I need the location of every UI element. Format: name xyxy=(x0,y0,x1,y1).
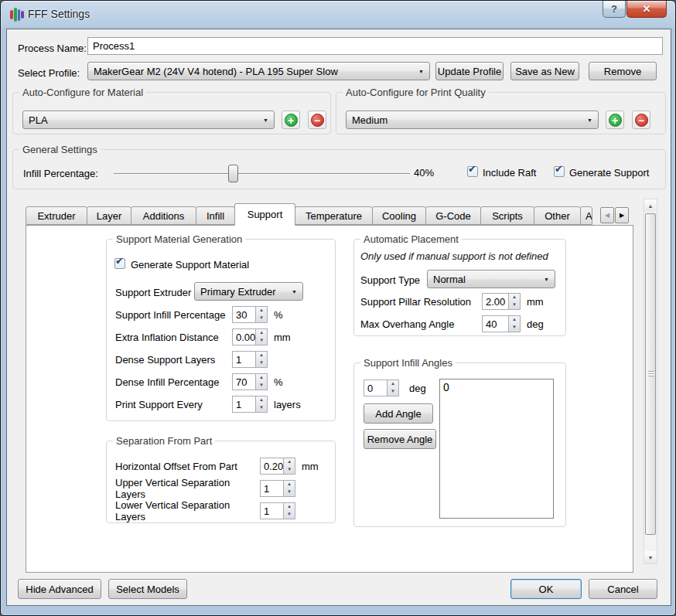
dense-infill-percentage-spinbox[interactable]: 70 ▲▼ xyxy=(232,373,268,390)
titlebar[interactable]: FFF Settings ? ✕ xyxy=(1,1,675,29)
save-as-new-button[interactable]: Save as New xyxy=(510,62,579,80)
spin-up-icon[interactable]: ▲ xyxy=(256,307,267,315)
max-overhang-angle-spinbox[interactable]: 40 ▲▼ xyxy=(482,315,521,332)
remove-quality-button[interactable]: − xyxy=(632,111,650,129)
horizontal-offset-spinbox[interactable]: 0.20 ▲▼ xyxy=(260,458,295,475)
tab-advanced-clipped[interactable]: Ad xyxy=(580,206,592,225)
tab-scroll-left-button[interactable]: ◀ xyxy=(600,207,614,223)
tab-additions[interactable]: Additions xyxy=(131,206,196,225)
select-models-button[interactable]: Select Models xyxy=(108,579,187,599)
spin-down-icon[interactable]: ▼ xyxy=(256,382,267,390)
spin-down-icon[interactable]: ▼ xyxy=(256,337,267,345)
support-extruder-select[interactable]: Primary Extruder ▼ xyxy=(194,282,303,301)
spin-up-icon[interactable]: ▲ xyxy=(256,352,267,359)
print-support-every-spinbox[interactable]: 1 ▲▼ xyxy=(232,396,268,413)
fff-settings-dialog: FFF Settings ? ✕ Process Name: Select Pr… xyxy=(0,0,676,616)
spin-down-icon[interactable]: ▼ xyxy=(256,359,267,367)
close-button[interactable]: ✕ xyxy=(626,1,667,18)
spin-up-icon[interactable]: ▲ xyxy=(256,374,267,382)
spin-up-icon[interactable]: ▲ xyxy=(284,458,295,466)
auto-configure-quality-group: Auto-Configure for Print Quality Medium … xyxy=(336,92,666,134)
generate-support-checkbox-label: Generate Support xyxy=(569,167,649,179)
spin-up-icon[interactable]: ▲ xyxy=(256,396,267,404)
tab-gcode[interactable]: G-Code xyxy=(425,206,481,225)
select-profile-label: Select Profile: xyxy=(18,67,80,79)
tab-extruder[interactable]: Extruder xyxy=(26,206,87,225)
support-type-label: Support Type xyxy=(360,274,420,286)
support-infill-angles-title: Support Infill Angles xyxy=(360,357,456,369)
tab-temperature[interactable]: Temperature xyxy=(295,206,373,225)
profile-select[interactable]: MakerGear M2 (24V V4 hotend) - PLA 195 S… xyxy=(87,62,430,80)
spin-up-icon[interactable]: ▲ xyxy=(256,329,267,337)
dense-support-layers-spinbox[interactable]: 1 ▲▼ xyxy=(232,351,268,368)
process-name-input[interactable] xyxy=(87,37,663,55)
remove-profile-button[interactable]: Remove xyxy=(589,62,657,80)
cancel-button[interactable]: Cancel xyxy=(589,579,657,599)
infill-slider-handle[interactable] xyxy=(228,165,238,182)
dense-support-layers-row: Dense Support Layers 1 ▲▼ xyxy=(115,351,274,368)
spin-down-icon[interactable]: ▼ xyxy=(284,511,295,519)
spin-up-icon[interactable]: ▲ xyxy=(284,503,295,511)
tab-other[interactable]: Other xyxy=(534,206,581,225)
arrow-down-icon: ▼ xyxy=(648,555,654,560)
infill-percentage-value: 40% xyxy=(414,167,434,179)
material-select[interactable]: PLA ▼ xyxy=(22,111,275,129)
tab-infill[interactable]: Infill xyxy=(196,206,235,225)
scroll-up-button[interactable]: ▲ xyxy=(644,199,657,212)
lower-vertical-separation-spinbox[interactable]: 1 ▲▼ xyxy=(260,502,295,519)
general-settings-group: General Settings Infill Percentage: 40% … xyxy=(12,149,666,189)
update-profile-button[interactable]: Update Profile xyxy=(435,62,504,80)
spin-down-icon[interactable]: ▼ xyxy=(509,301,520,309)
spin-up-icon[interactable]: ▲ xyxy=(509,294,520,301)
help-button[interactable]: ? xyxy=(603,1,626,18)
spin-down-icon[interactable]: ▼ xyxy=(509,324,520,332)
include-raft-checkbox[interactable]: ✔ xyxy=(467,166,478,177)
window-title: FFF Settings xyxy=(28,8,90,20)
support-pillar-resolution-spinbox[interactable]: 2.00 ▲▼ xyxy=(482,293,521,310)
tab-scroll-right-button[interactable]: ▶ xyxy=(615,207,629,223)
extra-inflation-distance-spinbox[interactable]: 0.00 ▲▼ xyxy=(232,328,268,345)
angle-list-item[interactable]: 0 xyxy=(440,379,553,395)
spin-up-icon[interactable]: ▲ xyxy=(284,481,295,488)
remove-material-button[interactable]: − xyxy=(308,111,326,129)
vertical-scrollbar[interactable]: ▲ ▼ xyxy=(644,199,657,564)
support-infill-percentage-spinbox[interactable]: 30 ▲▼ xyxy=(232,306,268,323)
ok-button[interactable]: OK xyxy=(510,579,582,599)
generate-support-material-checkbox[interactable]: ✔ xyxy=(114,258,125,269)
tab-layer[interactable]: Layer xyxy=(87,206,131,225)
tab-scripts[interactable]: Scripts xyxy=(480,206,534,225)
infill-slider-track[interactable] xyxy=(114,173,410,174)
spin-down-icon[interactable]: ▼ xyxy=(256,315,267,322)
plus-icon: + xyxy=(609,114,622,127)
angles-listbox[interactable]: 0 xyxy=(439,379,554,519)
spin-down-icon[interactable]: ▼ xyxy=(256,404,267,412)
quality-select[interactable]: Medium ▼ xyxy=(346,111,599,129)
spin-down-icon[interactable]: ▼ xyxy=(388,388,398,396)
scrollbar-thumb[interactable] xyxy=(645,213,656,535)
add-material-button[interactable]: + xyxy=(282,111,300,129)
scroll-down-button[interactable]: ▼ xyxy=(644,551,657,563)
max-overhang-angle-row: Max Overhang Angle 40 ▲▼ deg xyxy=(360,315,544,332)
spin-down-icon[interactable]: ▼ xyxy=(284,466,295,474)
spin-down-icon[interactable]: ▼ xyxy=(284,488,295,496)
plus-icon: + xyxy=(285,114,298,127)
spin-up-icon[interactable]: ▲ xyxy=(509,316,520,324)
upper-vertical-separation-spinbox[interactable]: 1 ▲▼ xyxy=(260,480,295,497)
generate-support-checkbox[interactable]: ✔ xyxy=(554,166,565,177)
help-icon: ? xyxy=(611,3,617,15)
remove-angle-button[interactable]: Remove Angle xyxy=(364,429,436,449)
spin-up-icon[interactable]: ▲ xyxy=(388,380,398,388)
chevron-down-icon: ▼ xyxy=(258,117,268,123)
manual-support-note: Only used if manual support is not defin… xyxy=(360,250,548,262)
angle-spinbox[interactable]: 0 ▲▼ xyxy=(364,379,399,396)
support-infill-angles-group: Support Infill Angles 0 ▲▼ deg Add Angle… xyxy=(353,362,566,527)
close-icon: ✕ xyxy=(643,3,651,15)
add-quality-button[interactable]: + xyxy=(606,111,624,129)
tab-cooling[interactable]: Cooling xyxy=(372,206,426,225)
hide-advanced-button[interactable]: Hide Advanced xyxy=(18,579,101,599)
automatic-placement-group: Automatic Placement Only used if manual … xyxy=(353,239,566,336)
add-angle-button[interactable]: Add Angle xyxy=(364,403,433,424)
support-material-generation-group: Support Material Generation ✔ Generate S… xyxy=(106,239,336,421)
support-type-select[interactable]: Normal ▼ xyxy=(427,270,555,288)
tab-support[interactable]: Support xyxy=(234,203,295,226)
